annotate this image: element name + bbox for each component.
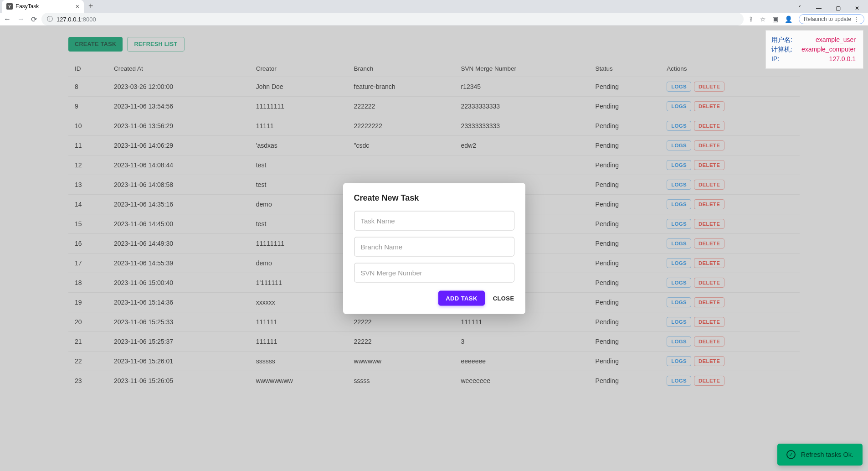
chevron-down-icon[interactable]: ˅: [794, 4, 805, 13]
info-user-value: example_user: [816, 35, 856, 45]
toast-message: Refresh tasks Ok.: [801, 451, 853, 458]
bookmark-icon[interactable]: ☆: [760, 16, 766, 23]
share-icon[interactable]: ⇪: [748, 16, 754, 23]
info-host-label: 计算机:: [771, 45, 792, 54]
relaunch-button[interactable]: Relaunch to update ⋮: [799, 14, 864, 24]
modal-title: Create New Task: [354, 193, 514, 202]
svn-number-input[interactable]: [354, 263, 514, 282]
check-circle-icon: ✓: [786, 450, 796, 459]
add-task-button[interactable]: ADD TASK: [438, 290, 484, 305]
relaunch-label: Relaunch to update: [804, 16, 851, 22]
browser-chrome: Y EasyTask × + ˅ — ▢ ✕ ← → ⟳ ⓘ 127.0.0.1…: [0, 0, 868, 26]
url-input[interactable]: ⓘ 127.0.0.1:8000: [41, 13, 744, 26]
url-host: 127.0.0.1: [56, 16, 81, 23]
tab-bar: Y EasyTask × + ˅ — ▢ ✕: [0, 0, 868, 13]
tab-title: EasyTask: [15, 3, 39, 10]
info-ip-value: 127.0.0.1: [829, 54, 856, 64]
browser-tab[interactable]: Y EasyTask ×: [2, 0, 84, 13]
site-info-icon[interactable]: ⓘ: [47, 15, 53, 23]
window-close-icon[interactable]: ✕: [852, 4, 863, 13]
info-host-value: example_computer: [801, 45, 856, 54]
forward-icon: →: [17, 15, 25, 23]
menu-icon[interactable]: ⋮: [854, 16, 859, 22]
url-port: :8000: [81, 16, 96, 23]
tab-favicon-icon: Y: [6, 3, 13, 10]
info-user-label: 用户名:: [771, 35, 792, 45]
create-task-modal: Create New Task ADD TASK CLOSE: [343, 183, 525, 314]
back-icon[interactable]: ←: [4, 15, 11, 23]
reload-icon[interactable]: ⟳: [31, 15, 37, 24]
maximize-icon[interactable]: ▢: [832, 4, 843, 13]
close-icon[interactable]: ×: [76, 3, 79, 10]
minimize-icon[interactable]: —: [813, 4, 824, 13]
task-name-input[interactable]: [354, 211, 514, 230]
close-modal-button[interactable]: CLOSE: [493, 295, 514, 301]
address-bar: ← → ⟳ ⓘ 127.0.0.1:8000 ⇪ ☆ ▣ 👤 Relaunch …: [0, 13, 868, 26]
new-tab-button[interactable]: +: [88, 1, 93, 13]
profile-icon[interactable]: 👤: [785, 16, 792, 23]
branch-name-input[interactable]: [354, 237, 514, 256]
toast-success: ✓ Refresh tasks Ok.: [777, 444, 863, 466]
side-panel-icon[interactable]: ▣: [772, 16, 778, 23]
info-panel: 用户名:example_user 计算机:example_computer IP…: [765, 30, 863, 69]
window-controls: ˅ — ▢ ✕: [794, 2, 868, 13]
info-ip-label: IP:: [771, 54, 779, 64]
